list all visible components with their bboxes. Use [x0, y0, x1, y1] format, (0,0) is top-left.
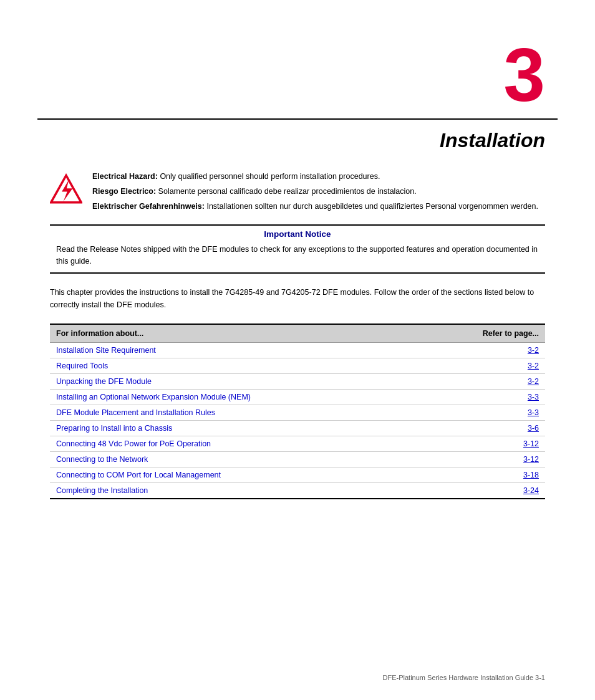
toc-row-label[interactable]: DFE Module Placement and Installation Ru…: [50, 405, 422, 420]
toc-link[interactable]: Completing the Installation: [56, 486, 148, 495]
toc-row-page[interactable]: 3-18: [422, 467, 545, 482]
toc-row-label[interactable]: Connecting 48 Vdc Power for PoE Operatio…: [50, 436, 422, 451]
toc-row-label[interactable]: Connecting to the Network: [50, 451, 422, 467]
toc-link[interactable]: Unpacking the DFE Module: [56, 377, 152, 386]
toc-link[interactable]: Installing an Optional Network Expansion…: [56, 393, 251, 401]
warning-box: Electrical Hazard: Only qualified person…: [50, 171, 545, 212]
page: 3 Installation Electrical Hazard: Only q…: [0, 0, 595, 700]
toc-row: Installation Site Requirement3-2: [50, 342, 545, 358]
toc-page-link[interactable]: 3-2: [528, 362, 539, 370]
toc-row: Unpacking the DFE Module3-2: [50, 373, 545, 389]
warning-text: Electrical Hazard: Only qualified person…: [92, 171, 538, 212]
toc-link[interactable]: Required Tools: [56, 362, 108, 370]
toc-link[interactable]: Connecting 48 Vdc Power for PoE Operatio…: [56, 439, 211, 448]
toc-row-page[interactable]: 3-12: [422, 436, 545, 451]
toc-page-link[interactable]: 3-12: [523, 455, 539, 464]
toc-row-label[interactable]: Completing the Installation: [50, 482, 422, 499]
toc-page-link[interactable]: 3-24: [523, 486, 539, 495]
toc-row-page[interactable]: 3-3: [422, 405, 545, 420]
toc-row-page[interactable]: 3-6: [422, 420, 545, 436]
toc-row-label[interactable]: Preparing to Install into a Chassis: [50, 420, 422, 436]
toc-row-page[interactable]: 3-2: [422, 373, 545, 389]
warning-line-3: Elektrischer Gefahrenhinweis: Installati…: [92, 201, 538, 213]
chapter-number-area: 3: [0, 0, 595, 118]
toc-page-link[interactable]: 3-12: [523, 439, 539, 448]
toc-link[interactable]: DFE Module Placement and Installation Ru…: [56, 408, 215, 417]
toc-row-page[interactable]: 3-12: [422, 451, 545, 467]
toc-row-label[interactable]: Required Tools: [50, 358, 422, 373]
toc-row: Preparing to Install into a Chassis3-6: [50, 420, 545, 436]
toc-row-page[interactable]: 3-2: [422, 358, 545, 373]
toc-row-label[interactable]: Unpacking the DFE Module: [50, 373, 422, 389]
toc-col2-header: Refer to page...: [422, 324, 545, 343]
chapter-number: 3: [503, 33, 545, 117]
toc-row: Required Tools3-2: [50, 358, 545, 373]
toc-col1-header: For information about...: [50, 324, 422, 343]
toc-body: Installation Site Requirement3-2Required…: [50, 342, 545, 499]
toc-page-link[interactable]: 3-18: [523, 471, 539, 479]
toc-page-link[interactable]: 3-6: [528, 424, 539, 433]
toc-link[interactable]: Installation Site Requirement: [56, 346, 156, 355]
toc-link[interactable]: Connecting to COM Port for Local Managem…: [56, 471, 221, 479]
toc-row: Installing an Optional Network Expansion…: [50, 389, 545, 405]
toc-row-page[interactable]: 3-24: [422, 482, 545, 499]
toc-row-page[interactable]: 3-2: [422, 342, 545, 358]
intro-paragraph: This chapter provides the instructions t…: [50, 286, 545, 311]
warning-line-2: Riesgo Electrico: Solamente personal cal…: [92, 186, 538, 198]
toc-table: For information about... Refer to page..…: [50, 324, 545, 499]
toc-row: Connecting 48 Vdc Power for PoE Operatio…: [50, 436, 545, 451]
notice-body: Read the Release Notes shipped with the …: [50, 241, 545, 272]
electrical-hazard-icon: [50, 173, 82, 206]
toc-row: Connecting to the Network3-12: [50, 451, 545, 467]
toc-page-link[interactable]: 3-3: [528, 408, 539, 417]
toc-row: Connecting to COM Port for Local Managem…: [50, 467, 545, 482]
toc-link[interactable]: Preparing to Install into a Chassis: [56, 424, 172, 433]
toc-page-link[interactable]: 3-2: [528, 377, 539, 386]
toc-row: Completing the Installation3-24: [50, 482, 545, 499]
toc-row-label[interactable]: Installing an Optional Network Expansion…: [50, 389, 422, 405]
footer: DFE-Platinum Series Hardware Installatio…: [383, 674, 545, 681]
chapter-title: Installation: [0, 120, 595, 171]
notice-title: Important Notice: [50, 226, 545, 241]
toc-row-page[interactable]: 3-3: [422, 389, 545, 405]
toc-row-label[interactable]: Connecting to COM Port for Local Managem…: [50, 467, 422, 482]
toc-row: DFE Module Placement and Installation Ru…: [50, 405, 545, 420]
warning-line-1: Electrical Hazard: Only qualified person…: [92, 171, 538, 183]
toc-row-label[interactable]: Installation Site Requirement: [50, 342, 422, 358]
toc-link[interactable]: Connecting to the Network: [56, 455, 148, 464]
toc-page-link[interactable]: 3-2: [528, 346, 539, 355]
toc-header-row: For information about... Refer to page..…: [50, 324, 545, 343]
footer-text: DFE-Platinum Series Hardware Installatio…: [383, 674, 545, 681]
main-content: Electrical Hazard: Only qualified person…: [0, 171, 595, 499]
toc-page-link[interactable]: 3-3: [528, 393, 539, 401]
important-notice-box: Important Notice Read the Release Notes …: [50, 224, 545, 274]
